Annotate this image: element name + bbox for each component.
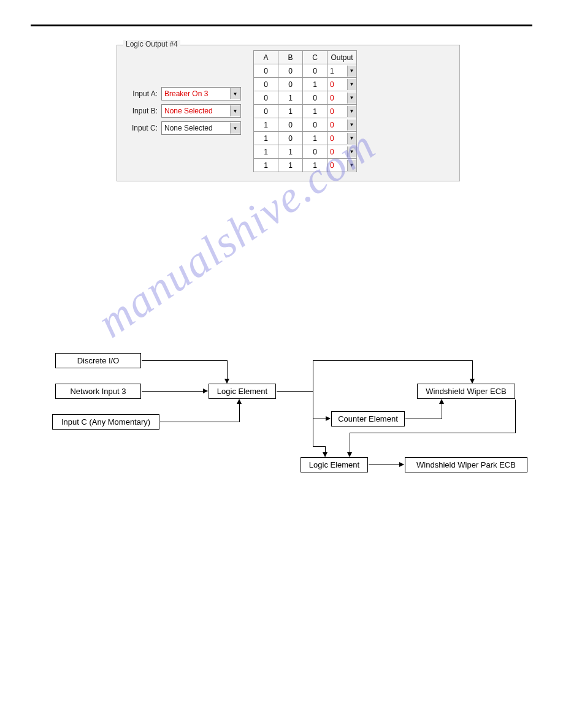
connector-arrow xyxy=(369,464,404,465)
box-discrete-io: Discrete I/O xyxy=(55,353,141,368)
cell-c: 1 xyxy=(303,132,327,145)
header-a: A xyxy=(254,51,278,64)
connector-arrow xyxy=(313,419,330,419)
chevron-down-icon: ▼ xyxy=(230,105,240,116)
connector-arrow xyxy=(142,391,207,392)
panel-title: Logic Output #4 xyxy=(123,40,180,48)
chevron-down-icon: ▼ xyxy=(347,146,356,157)
output-select-1[interactable]: 0▼ xyxy=(327,78,357,91)
connector-arrow xyxy=(442,400,442,419)
truth-table: A B C Output 0 0 0 1▼ 0 0 1 0▼ xyxy=(253,50,357,172)
cell-a: 0 xyxy=(254,91,278,105)
input-a-label: Input A: xyxy=(124,89,161,98)
cell-b: 0 xyxy=(278,118,303,132)
header-c: C xyxy=(303,51,327,64)
box-input-c-momentary: Input C (Any Momentary) xyxy=(52,414,159,430)
connector-arrow xyxy=(325,446,326,457)
input-a-row: Input A: Breaker On 3 ▼ xyxy=(124,87,241,100)
input-b-row: Input B: None Selected ▼ xyxy=(124,104,241,118)
cell-c: 1 xyxy=(303,78,327,91)
input-a-select[interactable]: Breaker On 3 ▼ xyxy=(161,87,241,100)
cell-c: 0 xyxy=(303,91,327,105)
cell-b: 1 xyxy=(278,145,303,159)
chevron-down-icon: ▼ xyxy=(347,66,356,77)
cell-c: 1 xyxy=(303,105,327,118)
cell-b: 0 xyxy=(278,132,303,145)
connector xyxy=(405,419,442,419)
connector-arrow xyxy=(472,360,473,383)
output-select-5[interactable]: 0▼ xyxy=(327,132,357,145)
connector xyxy=(313,360,472,361)
chevron-down-icon: ▼ xyxy=(347,93,356,104)
table-row: 1 1 0 0▼ xyxy=(254,145,357,159)
connector xyxy=(313,446,326,447)
input-a-value: Breaker On 3 xyxy=(164,89,208,98)
chevron-down-icon: ▼ xyxy=(347,160,356,171)
chevron-down-icon: ▼ xyxy=(347,119,356,131)
box-windshield-wiper-park-ecb: Windshield Wiper Park ECB xyxy=(405,457,527,472)
output-select-4[interactable]: 0▼ xyxy=(327,118,357,132)
box-network-input-3: Network Input 3 xyxy=(55,384,141,399)
table-row: 1 1 1 0▼ xyxy=(254,159,357,172)
connector xyxy=(160,422,239,422)
cell-b: 0 xyxy=(278,78,303,91)
connector xyxy=(350,433,516,433)
input-c-select[interactable]: None Selected ▼ xyxy=(161,121,241,135)
flow-diagram: Discrete I/O Network Input 3 Input C (An… xyxy=(43,353,532,506)
input-b-label: Input B: xyxy=(124,107,161,115)
chevron-down-icon: ▼ xyxy=(347,79,356,90)
table-row: 0 0 0 1▼ xyxy=(254,64,357,78)
connector-arrow xyxy=(227,360,228,383)
input-b-value: None Selected xyxy=(164,107,213,115)
cell-b: 1 xyxy=(278,91,303,105)
cell-a: 1 xyxy=(254,145,278,159)
chevron-down-icon: ▼ xyxy=(230,88,240,99)
connector-arrow xyxy=(350,433,350,457)
cell-a: 1 xyxy=(254,132,278,145)
connector xyxy=(515,400,516,433)
table-row: 1 0 1 0▼ xyxy=(254,132,357,145)
input-c-value: None Selected xyxy=(164,124,213,132)
output-select-0[interactable]: 1▼ xyxy=(327,64,357,78)
header-b: B xyxy=(278,51,303,64)
header-rule xyxy=(31,25,532,26)
box-windshield-wiper-ecb: Windshield Wiper ECB xyxy=(417,384,515,399)
chevron-down-icon: ▼ xyxy=(347,106,356,117)
inputs-column: Input A: Breaker On 3 ▼ Input B: None Se… xyxy=(124,87,241,138)
input-c-label: Input C: xyxy=(124,124,161,132)
output-select-7[interactable]: 0▼ xyxy=(327,159,357,172)
box-logic-element-1: Logic Element xyxy=(209,384,276,399)
cell-a: 1 xyxy=(254,118,278,132)
box-logic-element-2: Logic Element xyxy=(301,457,368,472)
connector xyxy=(277,391,313,392)
cell-c: 1 xyxy=(303,159,327,172)
table-header-row: A B C Output xyxy=(254,51,357,64)
connector xyxy=(142,360,227,361)
output-select-6[interactable]: 0▼ xyxy=(327,145,357,159)
cell-a: 0 xyxy=(254,78,278,91)
table-row: 1 0 0 0▼ xyxy=(254,118,357,132)
box-counter-element: Counter Element xyxy=(331,411,405,427)
output-select-3[interactable]: 0▼ xyxy=(327,105,357,118)
connector xyxy=(313,419,313,446)
cell-a: 0 xyxy=(254,105,278,118)
connector-arrow xyxy=(239,400,240,422)
cell-c: 0 xyxy=(303,64,327,78)
table-row: 0 1 0 0▼ xyxy=(254,91,357,105)
input-b-select[interactable]: None Selected ▼ xyxy=(161,104,241,118)
input-c-row: Input C: None Selected ▼ xyxy=(124,121,241,135)
cell-c: 0 xyxy=(303,118,327,132)
cell-b: 1 xyxy=(278,159,303,172)
output-select-2[interactable]: 0▼ xyxy=(327,91,357,105)
chevron-down-icon: ▼ xyxy=(230,123,240,134)
cell-b: 1 xyxy=(278,105,303,118)
cell-c: 0 xyxy=(303,145,327,159)
connector xyxy=(313,360,313,392)
connector xyxy=(313,391,313,419)
chevron-down-icon: ▼ xyxy=(347,133,356,144)
table-row: 0 0 1 0▼ xyxy=(254,78,357,91)
table-row: 0 1 1 0▼ xyxy=(254,105,357,118)
cell-b: 0 xyxy=(278,64,303,78)
logic-output-panel: Logic Output #4 Input A: Breaker On 3 ▼ … xyxy=(117,45,460,181)
header-output: Output xyxy=(327,51,357,64)
